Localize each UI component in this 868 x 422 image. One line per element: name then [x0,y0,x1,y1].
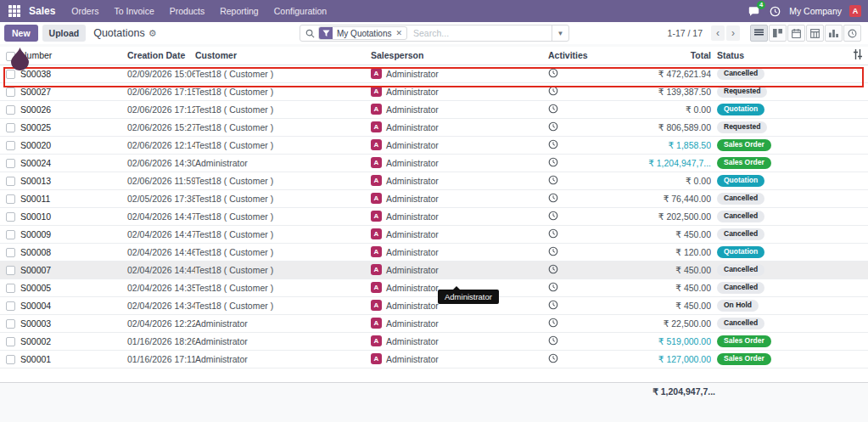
menu-reporting[interactable]: Reporting [212,0,266,22]
row-checkbox[interactable] [0,350,20,368]
company-switcher[interactable]: My Company [789,6,842,16]
table-row[interactable]: S0001002/04/2026 14:47:29Test18 ( Custom… [0,207,868,225]
pager-previous-button[interactable]: ‹ [711,25,725,41]
column-header-customer[interactable]: Customer [195,47,371,65]
messages-icon[interactable]: 4 [747,4,760,18]
row-activity-button[interactable] [548,314,608,332]
row-activity-button[interactable] [548,279,608,296]
row-activity-button[interactable] [548,65,608,82]
row-checkbox[interactable] [0,296,20,314]
table-row[interactable]: S0000201/16/2026 18:26:51AdministratorAA… [0,332,868,350]
view-pivot-button[interactable] [806,25,824,42]
row-checkbox[interactable] [0,207,20,225]
view-calendar-button[interactable] [787,25,805,42]
row-activity-button[interactable] [548,172,608,189]
row-activity-button[interactable] [548,82,608,100]
row-checkbox[interactable] [0,261,20,279]
salesperson-avatar-icon: A [371,318,382,329]
row-activity-button[interactable] [548,243,608,261]
view-kanban-button[interactable] [769,25,787,42]
activities-systray-icon[interactable] [768,4,781,18]
app-name[interactable]: Sales [29,5,55,17]
table-row[interactable]: S0002002/06/2026 12:14:33Test18 ( Custom… [0,136,868,154]
row-checkbox[interactable] [0,82,20,100]
row-creation-date: 01/16/2026 17:11:47 [127,350,195,368]
row-checkbox[interactable] [0,172,20,189]
salesperson-avatar-icon: A [371,211,382,222]
row-checkbox[interactable] [0,189,20,207]
row-activity-button[interactable] [548,189,608,207]
view-list-button[interactable] [750,25,768,42]
facet-remove-icon[interactable]: ✕ [395,29,406,37]
user-avatar[interactable]: A [849,5,861,17]
row-activity-button[interactable] [548,118,608,136]
row-activity-button[interactable] [548,136,608,154]
row-checkbox[interactable] [0,314,20,332]
table-row[interactable]: S0003802/09/2026 15:06:18Test18 ( Custom… [0,65,868,82]
row-activity-button[interactable] [548,296,608,314]
row-salesperson: AAdministrator [371,207,548,225]
menu-configuration[interactable]: Configuration [266,0,334,22]
row-activity-button[interactable] [548,332,608,350]
row-checkbox[interactable] [0,332,20,350]
row-status-badge: Sales Order [711,350,838,368]
table-row[interactable]: S0001302/06/2026 11:59:24Test18 ( Custom… [0,172,868,189]
row-number: S00024 [20,154,127,172]
row-salesperson: AAdministrator [371,314,548,332]
optional-columns-icon[interactable] [853,49,863,61]
view-graph-button[interactable] [825,25,843,42]
menu-orders[interactable]: Orders [64,0,106,22]
row-checkbox[interactable] [0,65,20,82]
gear-icon[interactable]: ⚙ [148,28,157,39]
row-checkbox[interactable] [0,279,20,296]
menu-to-invoice[interactable]: To Invoice [106,0,161,22]
table-row[interactable]: S0002602/06/2026 17:12:56Test18 ( Custom… [0,100,868,118]
upload-button[interactable]: Upload [42,25,87,42]
table-row[interactable]: S0000902/04/2026 14:47:01Test18 ( Custom… [0,225,868,243]
table-row[interactable]: S0000802/04/2026 14:46:39Test18 ( Custom… [0,243,868,261]
row-salesperson: AAdministrator [371,225,548,243]
table-row[interactable]: S0000702/04/2026 14:44:04Test18 ( Custom… [0,261,868,279]
column-header-total[interactable]: Total [608,47,711,65]
row-checkbox[interactable] [0,100,20,118]
search-bar[interactable]: My Quotations ✕ Search... ▼ [300,25,569,42]
view-activity-button[interactable] [843,25,861,42]
table-row[interactable]: S0000101/16/2026 17:11:47AdministratorAA… [0,350,868,368]
row-activity-button[interactable] [548,350,608,368]
column-header-activities[interactable]: Activities [548,47,608,65]
table-row[interactable]: S0000302/04/2026 12:22:01AdministratorAA… [0,314,868,332]
row-checkbox[interactable] [0,225,20,243]
pager-next-button[interactable]: › [726,25,740,41]
column-header-number[interactable]: Number [20,47,127,65]
column-header-creation-date[interactable]: Creation Date [127,47,195,65]
menu-products[interactable]: Products [162,0,212,22]
select-all-checkbox[interactable] [0,47,20,65]
row-total: ₹ 139,387.50 [608,82,711,100]
row-customer: Test18 ( Customer ) [195,100,371,118]
table-row[interactable]: S0000502/04/2026 14:35:49Test18 ( Custom… [0,279,868,296]
apps-menu-icon[interactable] [5,2,24,20]
new-button[interactable]: New [4,25,38,42]
search-dropdown-toggle[interactable]: ▼ [552,25,568,41]
table-row[interactable]: S0002702/06/2026 17:15:57Test18 ( Custom… [0,82,868,100]
table-row[interactable]: S0000402/04/2026 14:34:49Test18 ( Custom… [0,296,868,314]
row-activity-button[interactable] [548,225,608,243]
search-input[interactable]: Search... [413,28,552,38]
footer-total-sum: ₹ 1,204,947,7... [0,383,715,397]
row-checkbox[interactable] [0,136,20,154]
table-row[interactable]: S0002502/06/2026 15:27:20Test18 ( Custom… [0,118,868,136]
column-header-salesperson[interactable]: Salesperson [371,47,548,65]
row-checkbox[interactable] [0,243,20,261]
row-activity-button[interactable] [548,154,608,172]
table-row[interactable]: S0002402/06/2026 14:30:22AdministratorAA… [0,154,868,172]
row-checkbox[interactable] [0,118,20,136]
row-checkbox[interactable] [0,154,20,172]
row-activity-button[interactable] [548,261,608,279]
table-row[interactable]: S0001102/05/2026 17:38:20Test18 ( Custom… [0,189,868,207]
row-customer: Test18 ( Customer ) [195,279,371,296]
column-header-status[interactable]: Status [711,47,838,65]
row-activity-button[interactable] [548,207,608,225]
top-navbar: Sales Orders To Invoice Products Reporti… [0,0,868,22]
row-status-badge: Cancelled [711,279,838,296]
row-activity-button[interactable] [548,100,608,118]
